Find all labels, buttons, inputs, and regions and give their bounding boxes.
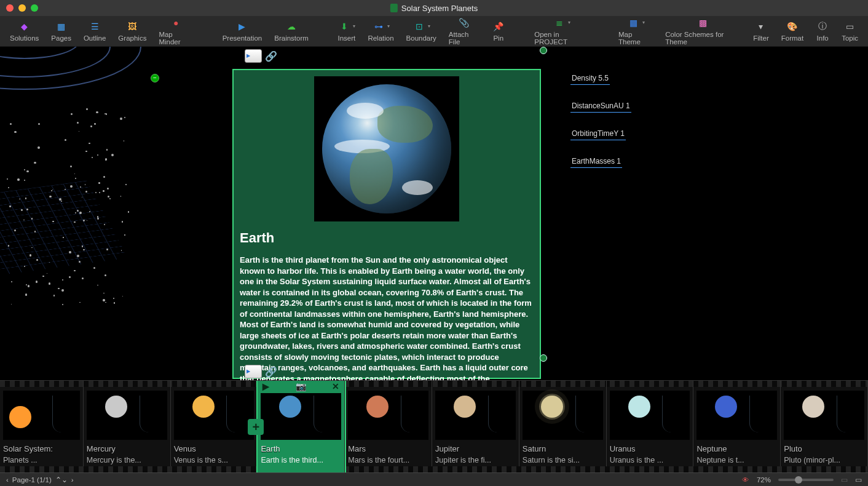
toolbar-brainstorm-button[interactable]: ☁Brainstorm [268,16,315,46]
topic-icon: ▭ [843,21,857,32]
slide-thumb-4[interactable]: MarsMars is the fourt... [345,381,432,472]
solutions-label: Solutions [10,34,39,42]
slide-thumb-8[interactable]: NeptuneNeptune is t... [693,381,781,472]
child-topic-orbiting-time[interactable]: OrbitingTimeY 1 [570,129,626,140]
toolbar-mapminder-button[interactable]: ●Map Minder [152,16,199,46]
slide-title: Mercury [87,444,167,453]
link-icon[interactable]: 🔗 [264,49,278,63]
toolbar-presentation-button[interactable]: ▶Presentation [216,16,269,46]
slide-thumb-1[interactable]: MercuryMercury is the... [84,381,171,472]
graphics-label: Graphics [118,34,146,42]
slide-thumb-7[interactable]: UranusUranus is the ... [607,381,694,472]
slide-thumb-6[interactable]: SaturnSaturn is the si... [519,381,607,472]
page-stepper[interactable]: ⌃⌄ [55,476,68,484]
toolbar-pin-button[interactable]: 📌Pin [486,16,511,46]
presentation-mode-icon[interactable]: 👁 [742,476,749,484]
page-indicator[interactable]: Page-1 (1/1) [12,476,52,484]
slide-thumb-3[interactable]: ▶📷✕+EarthEarth is the third... [258,381,345,472]
chevron-down-icon: ▾ [568,20,570,25]
titlebar: Solar System Planets [0,0,868,16]
toolbar-relation-button[interactable]: ⊶▾Relation [361,16,400,46]
insert-icon: ⬇ [337,21,351,32]
close-window-button[interactable] [6,4,14,12]
slide-title: Earth [261,444,341,453]
fit-icon[interactable]: ▭ [841,476,848,484]
solutions-icon: ◆ [18,21,31,32]
child-topic-distance[interactable]: DistanceSunAU 1 [570,102,631,113]
topic-title: Earth [234,230,540,255]
add-slide-button[interactable]: + [248,419,264,435]
chevron-down-icon: ▾ [387,23,390,29]
toolbar-topic-button[interactable]: ▭Topic [835,16,864,46]
child-topic-earth-masses[interactable]: EarthMasses 1 [570,157,622,168]
relation-icon: ⊶ [372,21,385,32]
slide-thumb-0[interactable]: Solar System:Planets ... [0,381,84,472]
toolbar-pages-button[interactable]: ▦Pages [45,16,77,46]
toolbar-outline-button[interactable]: ☰Outline [77,16,112,46]
slide-subtitle: Venus is the s... [174,456,254,464]
presentation-icon[interactable] [245,49,262,63]
topic-image [314,76,459,221]
slide-thumb-5[interactable]: JupiterJupiter is the fi... [432,381,519,472]
zoom-window-button[interactable] [31,4,38,12]
slide-title: Pluto [784,444,864,453]
format-icon: 🎨 [786,21,799,32]
slide-thumb-2[interactable]: VenusVenus is the s... [171,381,258,472]
slide-title: Saturn [523,444,603,453]
prev-page-button[interactable]: ‹ [6,476,9,484]
slide-title: Uranus [610,444,690,453]
slide-subtitle: Earth is the third... [261,456,341,464]
chevron-down-icon: ▾ [353,23,355,29]
toolbar: ◆Solutions▦Pages☰Outline🖼Graphics●Map Mi… [0,16,868,47]
slide-title: Mars [348,444,428,453]
zoom-level[interactable]: 72% [757,476,771,484]
toolbar-graphics-button[interactable]: 🖼Graphics [112,16,152,46]
child-topic-density[interactable]: Density 5.5 [570,74,610,85]
pages-label: Pages [51,34,71,42]
slide-close-button[interactable]: ✕ [332,381,339,391]
presentation-icon[interactable] [245,365,262,378]
canvas[interactable]: − 🔗 Earth Earth is the third planet from… [0,47,868,381]
link-icon[interactable]: 🔗 [264,365,278,378]
slide-subtitle: Saturn is the si... [523,456,603,464]
zoom-slider[interactable] [778,479,834,481]
toolbar-openproj-button[interactable]: ≣▾Open in PROJECT [528,16,595,46]
slide-camera-button[interactable]: 📷 [296,381,306,391]
toolbar-info-button[interactable]: ⓘInfo [810,16,835,46]
toolbar-solutions-button[interactable]: ◆Solutions [4,16,45,46]
toolbar-format-button[interactable]: 🎨Format [775,16,810,46]
maptheme-label: Map Theme [618,31,653,46]
title-text: Solar System Planets [401,4,478,13]
slide-title: Venus [174,444,254,453]
collapse-indicator[interactable]: − [151,74,159,82]
pin-icon: 📌 [492,21,505,32]
fullscreen-icon[interactable]: ▭ [855,476,862,484]
next-page-button[interactable]: › [71,476,74,484]
minimize-window-button[interactable] [18,4,26,12]
outline-label: Outline [84,34,106,42]
boundary-icon: ⊡ [412,21,426,32]
mapminder-label: Map Minder [159,31,193,46]
relation-label: Relation [368,34,393,42]
attach-icon: 📎 [457,17,471,28]
chevron-down-icon: ▾ [428,23,430,29]
background-solar-illustration [0,47,148,354]
toolbar-boundary-button[interactable]: ⊡▾Boundary [400,16,443,46]
toolbar-filter-button[interactable]: ▾Filter [747,16,775,46]
pages-icon: ▦ [55,21,68,32]
toolbar-colorschemes-button[interactable]: ▩Color Schemes for Theme [659,16,747,46]
resize-handle-bottom[interactable] [540,354,547,362]
toolbar-insert-button[interactable]: ⬇▾Insert [331,16,361,46]
slide-title: Jupiter [435,444,516,453]
brainstorm-label: Brainstorm [274,34,309,42]
resize-handle-top[interactable] [540,47,547,54]
toolbar-maptheme-button[interactable]: ▦▾Map Theme [612,16,659,46]
slide-thumb-9[interactable]: PlutoPluto (minor-pl... [781,381,868,472]
slide-title: Solar System: [3,444,80,453]
topic-node-earth[interactable]: − 🔗 Earth Earth is the third planet from… [232,69,541,379]
colorschemes-icon: ▩ [696,17,710,28]
topic-description: Earth is the third planet from the Sun a… [234,255,540,381]
slide-play-button[interactable]: ▶ [262,381,269,391]
toolbar-attach-button[interactable]: 📎Attach File [443,16,486,46]
window-title: Solar System Planets [390,4,478,13]
